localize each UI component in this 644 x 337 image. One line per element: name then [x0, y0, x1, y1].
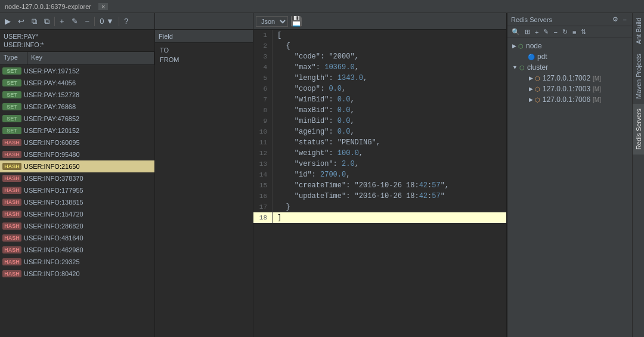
minimize-button[interactable]: −: [621, 16, 628, 24]
key-list-item[interactable]: HASHUSER:INFO:286820: [0, 220, 154, 232]
type-badge: HASH: [2, 199, 21, 206]
add-key-button[interactable]: +: [57, 16, 67, 27]
key-label: USER:INFO:154720: [24, 211, 83, 218]
number-button[interactable]: 0 ▼: [97, 16, 116, 27]
type-badge: HASH: [2, 139, 21, 146]
tree-item[interactable]: ▶⬡127.0.0.1:7002[M]: [507, 73, 632, 84]
list-server-button[interactable]: ≡: [571, 28, 578, 36]
line-content: "version": 2.0,: [275, 159, 506, 169]
json-line: 2 {: [253, 41, 506, 51]
json-line: 11 "status": "PENDING",: [253, 137, 506, 148]
help-button[interactable]: ?: [122, 16, 131, 27]
key-list: SETUSER:PAY:197152SETUSER:PAY:44056SETUS…: [0, 65, 154, 337]
key-label: USER:PAY:76868: [24, 103, 76, 110]
key-list-item[interactable]: SETUSER:PAY:476852: [0, 113, 154, 125]
key-list-item[interactable]: HASHUSER:INFO:177955: [0, 184, 154, 196]
delete-server-button[interactable]: −: [552, 28, 559, 36]
delete-key-button[interactable]: −: [83, 16, 92, 27]
key-list-item[interactable]: SETUSER:PAY:152728: [0, 89, 154, 101]
tree-node-label: 127.0.0.1:7003: [543, 85, 590, 93]
key-list-item[interactable]: HASHUSER:INFO:138815: [0, 196, 154, 208]
filter-row-pay: USER:PAY*: [4, 32, 151, 41]
key-label: USER:PAY:44056: [24, 79, 76, 86]
line-content: "code": "2000",: [275, 51, 506, 62]
key-list-item[interactable]: SETUSER:PAY:76868: [0, 101, 154, 113]
grid-icon-btn[interactable]: ⊞: [523, 27, 532, 36]
tree-item[interactable]: ▼⬡cluster: [507, 62, 632, 73]
edit-key-button[interactable]: ✎: [69, 16, 80, 27]
save-button[interactable]: 💾: [290, 16, 302, 27]
json-line: 3 "code": "2000",: [253, 51, 506, 62]
tree-item[interactable]: ▶⬡127.0.0.1:7006[M]: [507, 94, 632, 105]
line-number: 7: [253, 94, 273, 105]
line-content: "status": "PENDING",: [275, 137, 506, 148]
field-to[interactable]: TO: [160, 45, 248, 55]
search-icon-btn[interactable]: 🔍: [510, 27, 522, 36]
tree-item[interactable]: ▶⬡node: [507, 41, 632, 51]
json-line: 10 "ageing": 0.0,: [253, 126, 506, 137]
view-mode-selector[interactable]: Json Text: [256, 16, 288, 27]
line-content: ]: [275, 212, 506, 223]
sort-server-button[interactable]: ⇅: [579, 27, 588, 36]
window-title: node-127.0.0.1:6379-explorer: [5, 3, 91, 10]
line-number: 8: [253, 105, 273, 116]
key-label: USER:INFO:462980: [24, 246, 83, 253]
tree-arrow-icon: ▶: [529, 75, 533, 81]
line-number: 2: [253, 41, 273, 51]
settings-button[interactable]: ⚙: [611, 15, 620, 24]
field-from[interactable]: FROM: [160, 55, 248, 64]
reload-server-button[interactable]: ↻: [561, 27, 569, 36]
key-label: USER:INFO:481640: [24, 234, 83, 242]
key-list-item[interactable]: HASHUSER:INFO:60095: [0, 137, 154, 149]
type-badge: HASH: [2, 163, 21, 170]
key-list-item[interactable]: HASHUSER:INFO:481640: [0, 232, 154, 244]
json-line: 4 "max": 10369.0,: [253, 62, 506, 73]
json-line: 14 "id": 2700.0,: [253, 169, 506, 180]
tree-node-icon: ⬡: [535, 97, 540, 103]
close-button[interactable]: ×: [98, 3, 108, 10]
paste-button[interactable]: ⧉: [42, 16, 52, 27]
key-label: USER:PAY:152728: [24, 91, 79, 98]
key-column-header: Key: [27, 52, 154, 64]
line-content: "coop": 0.0,: [275, 84, 506, 94]
back-button[interactable]: ↩: [16, 16, 27, 27]
type-badge: HASH: [2, 246, 21, 253]
line-number: 18: [253, 212, 273, 223]
key-list-item[interactable]: HASHUSER:INFO:80420: [0, 268, 154, 280]
type-badge: SET: [2, 79, 21, 86]
line-number: 13: [253, 159, 273, 169]
key-list-item[interactable]: HASHUSER:INFO:21650: [0, 160, 154, 172]
key-list-item[interactable]: SETUSER:PAY:197152: [0, 65, 154, 77]
tree-item[interactable]: 🔵pdt: [507, 51, 632, 62]
tab-redis-servers[interactable]: Redis Servers: [633, 104, 644, 154]
json-line: 18]: [253, 212, 506, 223]
tree-node-icon: ⬡: [519, 64, 525, 71]
tree-node-label: 127.0.0.1:7006: [543, 95, 590, 104]
tree-node-label: cluster: [527, 63, 548, 72]
tab-ant-build[interactable]: Ant Build: [633, 13, 644, 49]
tree-item[interactable]: ▶⬡127.0.0.1:7003[M]: [507, 84, 632, 94]
json-line: 8 "maxBid": 0.0,: [253, 105, 506, 116]
copy-button[interactable]: ⧉: [29, 16, 39, 27]
key-list-item[interactable]: HASHUSER:INFO:462980: [0, 244, 154, 256]
key-label: USER:PAY:120152: [24, 127, 79, 134]
line-content: {: [275, 41, 506, 51]
type-badge: HASH: [2, 211, 21, 218]
key-list-item[interactable]: HASHUSER:INFO:154720: [0, 208, 154, 220]
tree-node-badge: [M]: [593, 97, 601, 103]
key-list-item[interactable]: SETUSER:PAY:120152: [0, 125, 154, 137]
tab-maven-projects[interactable]: Maven Projects: [633, 49, 644, 104]
tree-arrow-icon: ▼: [512, 64, 518, 70]
key-list-item[interactable]: HASHUSER:INFO:95480: [0, 149, 154, 160]
json-line: 9 "minBid": 0.0,: [253, 116, 506, 126]
tree-node-icon: ⬡: [535, 86, 540, 92]
line-number: 10: [253, 126, 273, 137]
key-list-item[interactable]: SETUSER:PAY:44056: [0, 77, 154, 89]
key-list-item[interactable]: HASHUSER:INFO:378370: [0, 172, 154, 184]
add-server-button[interactable]: +: [533, 28, 540, 36]
separator-2: [94, 17, 95, 26]
type-badge: HASH: [2, 258, 21, 265]
play-button[interactable]: ▶: [2, 16, 13, 27]
edit-server-button[interactable]: ✎: [541, 27, 550, 36]
key-list-item[interactable]: HASHUSER:INFO:29325: [0, 256, 154, 268]
